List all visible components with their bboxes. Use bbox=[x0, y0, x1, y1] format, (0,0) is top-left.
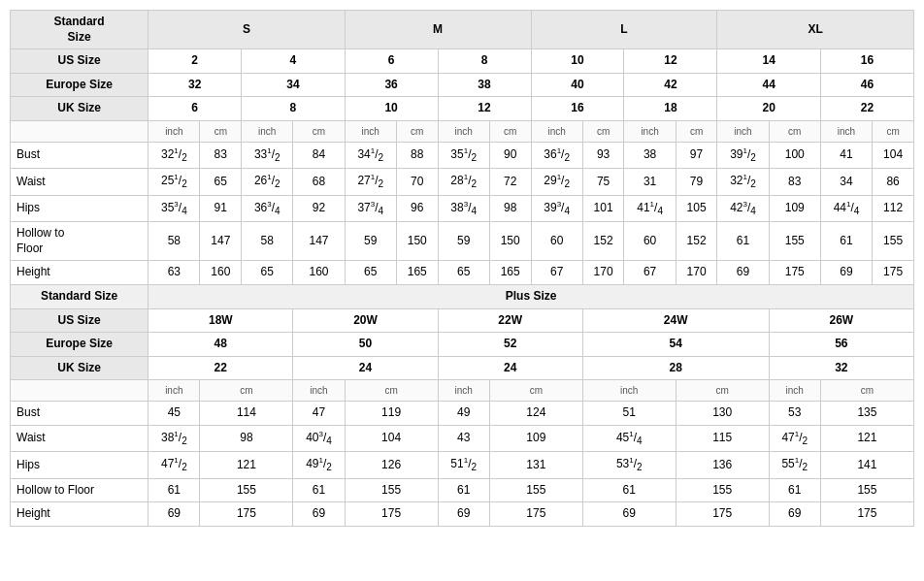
bust-label: Bust bbox=[11, 142, 148, 168]
us-14: 14 bbox=[717, 49, 821, 74]
cm-5: cm bbox=[582, 120, 624, 142]
hips-m8-cm: 98 bbox=[489, 195, 531, 221]
waist-18w-inch: 381/2 bbox=[148, 425, 200, 451]
standard-size-header-row: StandardSize S M L XL bbox=[11, 11, 914, 49]
hips-row: Hips 353/4 91 363/4 92 373/4 96 383/4 98… bbox=[11, 195, 914, 221]
height-l10-cm: 170 bbox=[582, 261, 624, 285]
uk-22: 22 bbox=[820, 97, 913, 121]
inch-p2: inch bbox=[293, 380, 345, 402]
hips-m6-inch: 373/4 bbox=[345, 195, 396, 221]
bust-row: Bust 321/2 83 331/2 84 341/2 88 351/2 90… bbox=[11, 142, 914, 168]
htf-22w-inch: 61 bbox=[438, 478, 489, 502]
htf-plus-row: Hollow to Floor 61 155 61 155 61 155 61 … bbox=[11, 478, 914, 502]
us-18w: 18W bbox=[148, 308, 293, 333]
us-20w: 20W bbox=[293, 308, 438, 333]
hips-20w-cm: 126 bbox=[345, 452, 438, 478]
height-plus-label: Height bbox=[11, 502, 148, 527]
bust-plus-label: Bust bbox=[11, 402, 148, 426]
height-xl14-inch: 69 bbox=[717, 261, 769, 285]
bust-l10-cm: 93 bbox=[582, 142, 624, 168]
hips-22w-inch: 511/2 bbox=[438, 452, 489, 478]
waist-26w-inch: 471/2 bbox=[769, 425, 820, 451]
hips-xl16-inch: 441/4 bbox=[820, 195, 872, 221]
hips-26w-inch: 551/2 bbox=[769, 452, 820, 478]
unit-empty-plus bbox=[11, 380, 148, 402]
waist-xl16-cm: 86 bbox=[873, 169, 914, 195]
inch-2: inch bbox=[242, 120, 293, 142]
waist-20w-inch: 403/4 bbox=[293, 425, 345, 451]
cm-1: cm bbox=[200, 120, 242, 142]
bust-l10-inch: 361/2 bbox=[531, 142, 582, 168]
htf-20w-cm: 155 bbox=[345, 478, 438, 502]
hips-s2-inch: 353/4 bbox=[148, 195, 200, 221]
l-header: L bbox=[531, 11, 717, 49]
bust-s4-inch: 331/2 bbox=[242, 142, 293, 168]
htf-m8-inch: 59 bbox=[438, 222, 489, 261]
uk-22p: 22 bbox=[148, 356, 293, 380]
waist-xl14-inch: 321/2 bbox=[717, 169, 769, 195]
htf-l12-cm: 152 bbox=[676, 222, 717, 261]
height-xl16-cm: 175 bbox=[873, 261, 914, 285]
eu-40: 40 bbox=[531, 73, 624, 97]
height-l10-inch: 67 bbox=[531, 261, 582, 285]
waist-18w-cm: 98 bbox=[200, 425, 293, 451]
htf-xl14-inch: 61 bbox=[717, 222, 769, 261]
standard-size-label-2: Standard Size bbox=[11, 284, 148, 308]
waist-24w-inch: 451/4 bbox=[582, 425, 676, 451]
htf-18w-inch: 61 bbox=[148, 478, 200, 502]
htf-m8-cm: 150 bbox=[489, 222, 531, 261]
height-s4-inch: 65 bbox=[242, 261, 293, 285]
xl-header: XL bbox=[717, 11, 914, 49]
cm-p2: cm bbox=[345, 380, 438, 402]
size-chart-table: StandardSize S M L XL US Size 2 4 6 8 10… bbox=[10, 10, 914, 527]
us-6: 6 bbox=[345, 49, 438, 74]
cm-p4: cm bbox=[676, 380, 769, 402]
eu-38: 38 bbox=[438, 73, 531, 97]
eu-34: 34 bbox=[242, 73, 346, 97]
cm-3: cm bbox=[396, 120, 438, 142]
height-22w-inch: 69 bbox=[438, 502, 489, 527]
bust-18w-inch: 45 bbox=[148, 402, 200, 426]
height-m6-cm: 165 bbox=[396, 261, 438, 285]
uk-8: 8 bbox=[242, 97, 346, 121]
bust-l12-inch: 38 bbox=[624, 142, 676, 168]
uk-12: 12 bbox=[438, 97, 531, 121]
inch-4: inch bbox=[438, 120, 489, 142]
height-s2-cm: 160 bbox=[200, 261, 242, 285]
bust-20w-inch: 47 bbox=[293, 402, 345, 426]
waist-l12-inch: 31 bbox=[624, 169, 676, 195]
cm-8: cm bbox=[873, 120, 914, 142]
htf-l10-cm: 152 bbox=[582, 222, 624, 261]
height-24w-cm: 175 bbox=[676, 502, 769, 527]
unit-empty bbox=[11, 120, 148, 142]
height-20w-cm: 175 bbox=[345, 502, 438, 527]
hips-xl14-cm: 109 bbox=[769, 195, 820, 221]
cm-p1: cm bbox=[200, 380, 293, 402]
height-20w-inch: 69 bbox=[293, 502, 345, 527]
us-22w: 22W bbox=[438, 308, 582, 333]
height-24w-inch: 69 bbox=[582, 502, 676, 527]
hollow-to-floor-row: Hollow toFloor 58 147 58 147 59 150 59 1… bbox=[11, 222, 914, 261]
eu-44: 44 bbox=[717, 73, 821, 97]
hips-s4-inch: 363/4 bbox=[242, 195, 293, 221]
htf-l12-inch: 60 bbox=[624, 222, 676, 261]
us-2: 2 bbox=[148, 49, 242, 74]
us-16: 16 bbox=[820, 49, 913, 74]
unit-row-plus: inch cm inch cm inch cm inch cm inch cm bbox=[11, 380, 914, 402]
htf-26w-inch: 61 bbox=[769, 478, 820, 502]
height-m6-inch: 65 bbox=[345, 261, 396, 285]
htf-m6-cm: 150 bbox=[396, 222, 438, 261]
height-s4-cm: 160 bbox=[293, 261, 345, 285]
inch-8: inch bbox=[820, 120, 872, 142]
htf-24w-cm: 155 bbox=[676, 478, 769, 502]
uk-24p2: 24 bbox=[438, 356, 582, 380]
hips-18w-inch: 471/2 bbox=[148, 452, 200, 478]
uk-28p: 28 bbox=[582, 356, 769, 380]
hips-plus-label: Hips bbox=[11, 452, 148, 478]
hips-l10-cm: 101 bbox=[582, 195, 624, 221]
bust-20w-cm: 119 bbox=[345, 402, 438, 426]
eu-50: 50 bbox=[293, 333, 438, 357]
s-header: S bbox=[148, 11, 345, 49]
waist-xl16-inch: 34 bbox=[820, 169, 872, 195]
waist-l10-inch: 291/2 bbox=[531, 169, 582, 195]
